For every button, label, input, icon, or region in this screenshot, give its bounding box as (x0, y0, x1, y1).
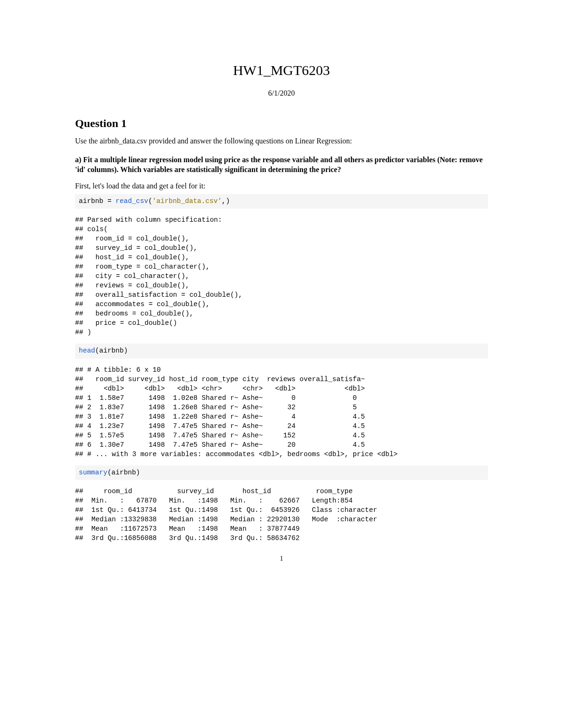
code-block-summary: summary(airbnb) (75, 465, 488, 480)
question-1a-text: a) Fit a multiple linear regression mode… (75, 155, 488, 175)
code-string-arg: 'airbnb_data.csv' (152, 197, 222, 205)
page-number: 1 (75, 554, 488, 563)
code-fn-head: head (79, 347, 95, 354)
code-prefix: airbnb = (79, 197, 115, 205)
prompt-text: First, let's load the data and get a fee… (75, 181, 488, 191)
code-head-args: (airbnb) (95, 347, 128, 354)
code-summary-args: (airbnb) (107, 469, 140, 476)
code-fn-summary: summary (79, 469, 107, 476)
code-paren-close: ,) (222, 197, 230, 205)
code-paren-open: ( (148, 197, 152, 205)
section-heading-q1: Question 1 (75, 116, 488, 131)
code-fn-readcsv: read_csv (115, 197, 148, 205)
document-date: 6/1/2020 (75, 89, 488, 98)
code-block-head: head(airbnb) (75, 344, 488, 359)
code-block-readcsv: airbnb = read_csv('airbnb_data.csv',) (75, 194, 488, 209)
output-summary: ## room_id survey_id host_id room_type #… (75, 487, 488, 543)
output-cols-spec: ## Parsed with column specification: ## … (75, 215, 488, 337)
document-title: HW1_MGT6203 (75, 61, 488, 79)
output-tibble: ## # A tibble: 6 x 10 ## room_id survey_… (75, 365, 488, 459)
intro-paragraph: Use the airbnb_data.csv provided and ans… (75, 136, 488, 146)
